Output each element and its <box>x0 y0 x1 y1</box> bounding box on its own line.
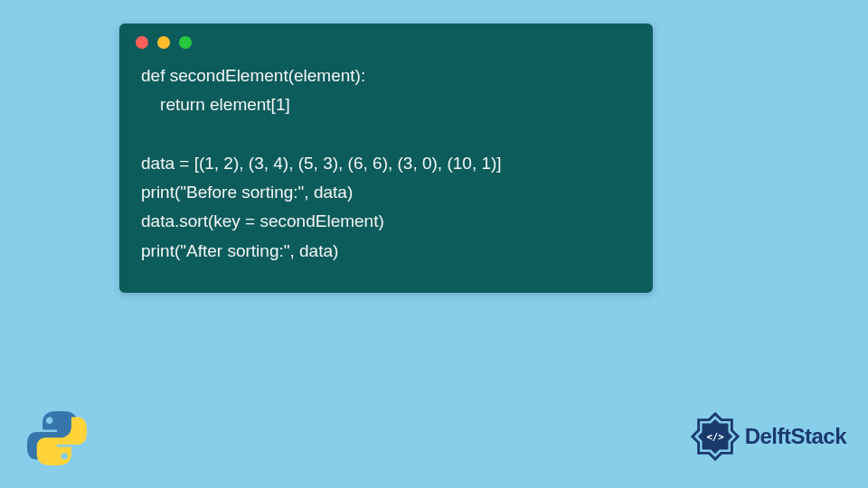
delftstack-badge-icon: </> <box>689 410 741 463</box>
code-line: data.sort(key = secondElement) <box>141 211 384 230</box>
brand-name: DelftStack <box>745 424 846 449</box>
close-icon <box>136 36 148 49</box>
svg-text:</>: </> <box>706 431 723 443</box>
delftstack-logo: </> DelftStack <box>689 410 846 463</box>
code-line: return element[1] <box>141 95 290 114</box>
code-line: data = [(1, 2), (3, 4), (5, 3), (6, 6), … <box>141 154 502 173</box>
code-line: print("Before sorting:", data) <box>141 183 353 202</box>
code-window: def secondElement(element): return eleme… <box>119 23 653 293</box>
maximize-icon <box>179 36 192 49</box>
code-line: print("After sorting:", data) <box>141 241 338 260</box>
window-controls <box>119 23 653 56</box>
python-logo-icon <box>25 407 89 470</box>
minimize-icon <box>157 36 170 49</box>
code-line: def secondElement(element): <box>141 66 365 85</box>
code-block: def secondElement(element): return eleme… <box>119 56 653 284</box>
